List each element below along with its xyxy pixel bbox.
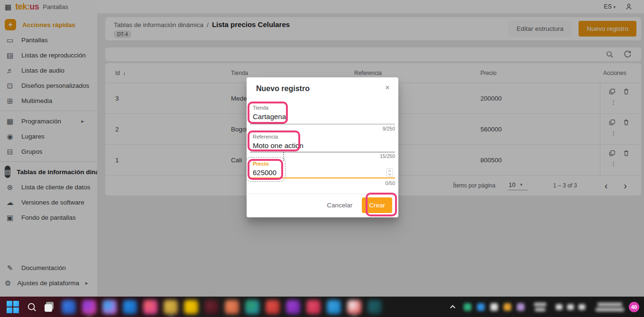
taskbar-app-icon[interactable]	[164, 300, 178, 314]
running-app-indicator	[88, 316, 91, 317]
taskbar-apps	[62, 300, 382, 314]
referencia-label: Referencia	[253, 134, 392, 140]
taskbar-app-icon[interactable]	[184, 300, 198, 314]
taskbar-app-icon[interactable]	[82, 300, 96, 314]
notification-badge[interactable]: 40	[629, 302, 639, 312]
taskbar-app-icon[interactable]	[306, 300, 321, 314]
tray-app-icon[interactable]	[490, 303, 498, 311]
task-view-icon[interactable]	[45, 302, 54, 312]
cancel-button[interactable]: Cancelar	[320, 197, 359, 213]
tray-app-icon[interactable]	[477, 303, 485, 311]
modal-actions: Cancelar Crear	[247, 197, 398, 213]
precio-field: Precio 625000	[253, 161, 392, 177]
tray-icons[interactable]	[464, 303, 524, 311]
start-menu-icon[interactable]	[7, 301, 19, 313]
taskbar-search-icon[interactable]	[27, 302, 37, 312]
tray-app-icon[interactable]	[464, 303, 471, 311]
modal-title: Nuevo registro	[256, 84, 310, 93]
taskbar-app-icon[interactable]	[62, 300, 76, 314]
running-app-indicator	[353, 316, 356, 317]
language-indicator[interactable]	[534, 303, 546, 311]
precio-input[interactable]: 625000	[253, 168, 392, 177]
precio-label: Precio	[253, 161, 392, 167]
taskbar-app-icon[interactable]	[143, 300, 157, 314]
taskbar-app-icon[interactable]	[123, 300, 137, 314]
taskbar-app-icon[interactable]	[368, 300, 382, 314]
referencia-field: Referencia Moto one action	[253, 134, 392, 149]
taskbar-app-icon[interactable]	[286, 300, 300, 314]
tienda-label: Tienda	[253, 105, 392, 111]
referencia-counter: 15/250	[380, 153, 395, 159]
taskbar-app-icon[interactable]	[327, 300, 341, 314]
new-record-modal: Nuevo registro × Tienda Cartagena 9/250 …	[247, 77, 398, 217]
tienda-counter: 9/250	[383, 126, 395, 131]
tienda-input[interactable]: Cartagena	[253, 112, 392, 121]
running-app-indicator	[169, 316, 173, 317]
windows-taskbar: 40	[0, 297, 644, 317]
clock-date[interactable]	[596, 303, 624, 311]
tray-chevron-up-icon[interactable]	[450, 305, 455, 310]
taskbar-app-icon[interactable]	[102, 300, 117, 314]
taskbar-app-icon[interactable]	[204, 300, 219, 314]
taskbar-app-icon[interactable]	[245, 300, 259, 314]
precio-counter: 0/50	[386, 180, 395, 186]
taskbar-app-icon[interactable]	[266, 300, 280, 314]
tray-app-icon[interactable]	[517, 303, 524, 311]
number-stepper[interactable]	[386, 168, 393, 177]
create-button[interactable]: Crear	[362, 197, 392, 213]
system-tray: 40	[451, 297, 644, 317]
tray-app-icon[interactable]	[504, 303, 511, 311]
close-icon[interactable]: ×	[382, 83, 393, 93]
taskbar-app-icon[interactable]	[225, 300, 239, 314]
taskbar-app-icon[interactable]	[347, 300, 361, 314]
network-volume-battery-icons[interactable]	[556, 304, 585, 310]
screen: ▦ tek:us Pantallas + Acciones rápidas ▭ …	[0, 0, 644, 317]
tienda-field: Tienda Cartagena	[253, 105, 392, 121]
referencia-input[interactable]: Moto one action	[253, 141, 392, 149]
